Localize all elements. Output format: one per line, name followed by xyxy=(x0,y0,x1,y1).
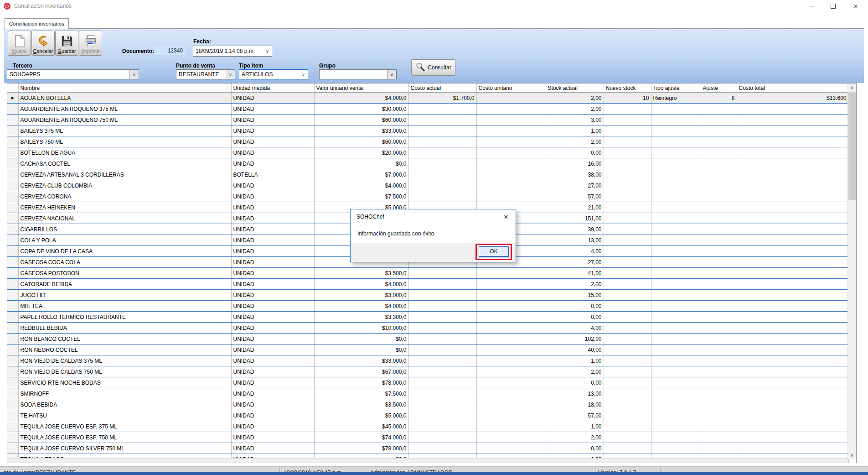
vertical-scrollbar[interactable]: ∧ ∨ xyxy=(847,84,856,459)
ok-button[interactable]: OK xyxy=(479,246,509,257)
table-row[interactable]: RON VIEJO DE CALDAS 375 MLUNIDAD$33.000,… xyxy=(7,355,848,366)
cell xyxy=(701,399,737,410)
cell xyxy=(651,235,701,246)
cell xyxy=(701,366,737,377)
column-header-unidad-medida[interactable]: Unidad medida xyxy=(231,84,314,93)
tab-conciliacion-inventarios[interactable]: Conciliación inventarios xyxy=(5,18,69,29)
cancelar-button[interactable]: Cancelar xyxy=(31,31,55,56)
table-row[interactable]: CERVEZA ARTESANAL 3 CORDILLERASBOTELLA$7… xyxy=(7,169,848,180)
cell xyxy=(651,355,701,366)
table-row[interactable]: RON VIEJO DE CALDAS 750 MLUNIDAD$67.000,… xyxy=(7,366,848,377)
minimize-button[interactable] xyxy=(801,0,822,12)
guardar-button[interactable]: Guardar xyxy=(55,31,78,56)
horizontal-scrollbar-track[interactable] xyxy=(7,458,848,463)
cell: $4.000,0 xyxy=(314,180,408,191)
chevron-down-icon[interactable]: ∨ xyxy=(299,70,308,79)
chevron-down-icon[interactable]: ∨ xyxy=(129,70,139,79)
row-indicator xyxy=(7,279,18,290)
scrollbar-thumb[interactable] xyxy=(848,92,856,200)
cell xyxy=(408,421,476,432)
column-header-stock-actual[interactable]: Stock actual xyxy=(546,84,604,93)
cell xyxy=(737,301,848,312)
cell: 21,00 xyxy=(546,202,604,213)
documento-field[interactable]: 12340 xyxy=(154,46,185,55)
table-row[interactable]: CERVEZA CORONAUNIDAD$7.500,057,00 xyxy=(7,191,848,202)
nuevo-button[interactable]: Nuevo xyxy=(8,31,31,56)
table-row[interactable]: MR. TEAUNIDAD$4.000,00,00 xyxy=(7,301,848,312)
column-header-costo-total[interactable]: Costo total xyxy=(737,84,848,93)
table-row[interactable]: AGUARDIENTE ANTIOQUEÑO 750 MLUNIDAD$60.0… xyxy=(7,115,848,125)
table-row[interactable]: BAILEYS 750 MLUNIDAD$60.000,02,00 xyxy=(7,136,848,147)
cell xyxy=(701,432,737,443)
table-row[interactable]: CACHASA COCTELUNIDAD$0,016,00 xyxy=(7,158,848,169)
cell: UNIDAD xyxy=(231,323,314,334)
cell: 0,00 xyxy=(546,443,604,454)
cell xyxy=(476,312,546,323)
table-row[interactable]: BOTELLON DE AGUAUNIDAD$20.000,00,00 xyxy=(7,147,848,158)
chevron-down-icon[interactable]: ∨ xyxy=(263,46,272,56)
consultar-button[interactable]: Consultar xyxy=(411,59,455,76)
message-dialog: SOHOChef ✕ Información guardada con éxit… xyxy=(350,209,516,262)
table-row[interactable]: JUGO HITUNIDAD$3.000,015,00 xyxy=(7,290,848,301)
chevron-down-icon[interactable]: ∨ xyxy=(226,70,235,79)
table-row[interactable]: RON BLANCO COCTELUNIDAD$0,0102,00 xyxy=(7,334,848,345)
fecha-dropdown[interactable]: 18/09/2019 1:14:08 p.m. ∨ xyxy=(193,46,272,57)
window-titlebar: Conciliación inventarios ✕ xyxy=(0,0,868,12)
dialog-close-button[interactable]: ✕ xyxy=(499,211,513,222)
cell xyxy=(651,246,701,257)
column-header-valor-unitario-venta[interactable]: Valor unitario venta xyxy=(314,84,408,93)
cell xyxy=(651,388,701,399)
column-header-tipo-ajuste[interactable]: Tipo ajuste xyxy=(651,84,701,93)
table-row[interactable]: SODA BEBIDAUNIDAD$3.500,018,00 xyxy=(7,399,848,410)
table-row[interactable]: TEQUILA JOSE CUERVO SILVER 750 MLUNIDAD$… xyxy=(7,443,848,454)
cell xyxy=(604,410,651,421)
cell xyxy=(604,443,651,454)
cell xyxy=(701,202,737,213)
cell: COPA DE VINO DE LA CASA xyxy=(18,246,231,257)
table-row[interactable]: TEQUILA JOSE CUERVO ESP. 750 MLUNIDAD$74… xyxy=(7,432,848,443)
column-header-costo-actual[interactable]: Costo actual xyxy=(408,84,476,93)
cell xyxy=(408,136,476,147)
cell: $67.000,0 xyxy=(314,366,408,377)
table-row[interactable]: GASEOSA POSTOBONUNIDAD$3.500,041,00 xyxy=(7,268,848,279)
row-indicator xyxy=(7,443,18,454)
imprimir-button[interactable]: Imprimir xyxy=(79,31,102,56)
maximize-button[interactable] xyxy=(822,0,843,12)
cell xyxy=(604,366,651,377)
table-row[interactable]: ▶AGUA EN BOTELLAUNIDAD$4.000,0$1.700,02,… xyxy=(7,93,848,104)
column-header-nuevo-stock[interactable]: Nuevo stock xyxy=(604,84,651,93)
cell xyxy=(408,180,476,191)
tercero-dropdown[interactable]: SOHOAPPS ∨ xyxy=(7,69,139,79)
row-indicator xyxy=(7,366,18,377)
table-row[interactable]: TE HATSUUNIDAD$5.000,057,00 xyxy=(7,410,848,421)
table-row[interactable]: PAPEL ROLLO TERMICO RESTAURANTEUNIDAD$3.… xyxy=(7,312,848,323)
table-row[interactable]: BAILEYS 375 MLUNIDAD$33.000,01,00 xyxy=(7,125,848,136)
scroll-down-icon[interactable]: ∨ xyxy=(848,451,856,459)
punto-de-venta-dropdown[interactable]: RESTAURANTE ∨ xyxy=(176,69,235,79)
table-row[interactable]: TEQUILA JOSE CUERVO ESP. 375 MLUNIDAD$45… xyxy=(7,421,848,432)
cell: TEQUILA JOSE CUERVO ESP. 375 ML xyxy=(18,421,231,432)
table-row[interactable]: SMIRNOFFUNIDAD$7.500,013,00 xyxy=(7,388,848,399)
cell: 27,00 xyxy=(546,257,604,268)
table-row[interactable]: SERVICIO RTE NOCHE BODASUNIDAD$78.000,00… xyxy=(7,377,848,388)
table-row[interactable]: RON NEGRO COCTELUNIDAD$0,040,00 xyxy=(7,345,848,355)
tipo-item-dropdown[interactable]: ARTICULOS ∨ xyxy=(239,69,308,79)
table-row[interactable]: AGUARDIENTE ANTIOQUEÑO 375 MLUNIDAD$30.0… xyxy=(7,104,848,115)
column-header-ajuste[interactable]: Ajuste xyxy=(701,84,737,93)
cell xyxy=(408,345,476,355)
table-row[interactable]: GATORADE BEBIDAUNIDAD$4.000,02,00 xyxy=(7,279,848,290)
grupo-dropdown[interactable]: ∨ xyxy=(319,69,397,79)
cell: 41,00 xyxy=(546,268,604,279)
sort-ascending-icon: △ xyxy=(226,85,229,90)
cell: CERVEZA ARTESANAL 3 CORDILLERAS xyxy=(18,169,231,180)
table-row[interactable]: REDBULL BEBIDAUNIDAD$10.000,04,00 xyxy=(7,323,848,334)
close-button[interactable]: ✕ xyxy=(843,0,868,12)
cell xyxy=(476,345,546,355)
chevron-down-icon[interactable]: ∨ xyxy=(387,70,396,79)
scroll-up-icon[interactable]: ∧ xyxy=(848,84,856,91)
cell xyxy=(604,191,651,202)
cell: SERVICIO RTE NOCHE BODAS xyxy=(18,377,231,388)
table-row[interactable]: CERVEZA CLUB COLOMBIAUNIDAD$4.000,027,00 xyxy=(7,180,848,191)
column-header-nombre[interactable]: Nombre△ xyxy=(18,84,231,93)
column-header-costo-unitario[interactable]: Costo unitario xyxy=(476,84,546,93)
